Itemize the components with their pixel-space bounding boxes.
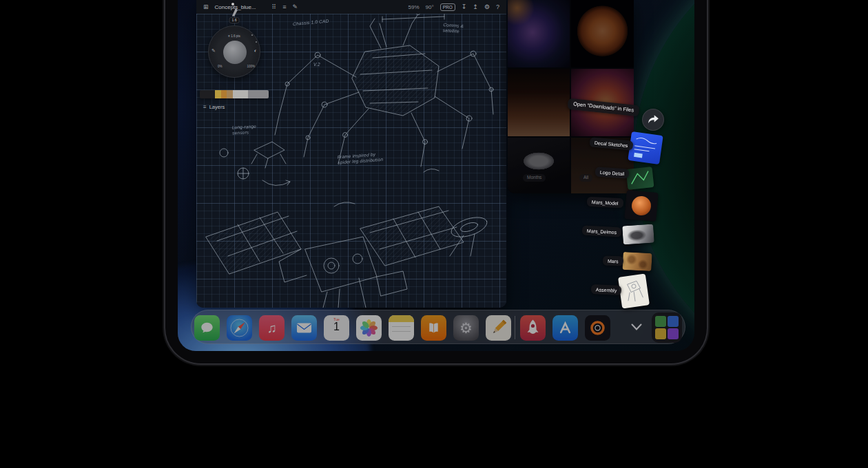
drag-label[interactable]: Mars_Deimos: [582, 226, 622, 237]
share-forward-button[interactable]: [642, 109, 664, 131]
ipad-screen: Chassis 1.0 CAD Comms & satellite V.2 Lo…: [178, 0, 694, 351]
drag-thumb-mars[interactable]: [622, 252, 652, 271]
forward-arrow-icon: [647, 114, 659, 125]
drag-layer: Open “Downloads” in Files Decal Sketches: [178, 0, 694, 351]
drag-thumb-logo-detail[interactable]: [626, 167, 654, 190]
drag-thumb-assembly[interactable]: [618, 273, 650, 308]
drag-thumb-mars-deimos[interactable]: [622, 224, 654, 244]
screen-content: Chassis 1.0 CAD Comms & satellite V.2 Lo…: [178, 0, 694, 351]
logo-mark-lines: [626, 167, 654, 190]
drag-label[interactable]: Mars: [603, 255, 623, 266]
assembly-sketch-lines: [618, 273, 650, 308]
drag-thumb-decal-sketches[interactable]: [628, 131, 663, 164]
decal-sketch-lines: [628, 131, 663, 164]
drag-label[interactable]: Logo Detail: [595, 167, 630, 178]
mars-sphere: [631, 195, 652, 216]
drop-hint-pill[interactable]: Open “Downloads” in Files: [567, 98, 639, 116]
drag-label[interactable]: Assembly: [591, 284, 622, 295]
drag-label[interactable]: Decal Sketches: [590, 137, 634, 150]
drag-label[interactable]: Mars_Model: [587, 197, 623, 209]
drag-thumb-mars-model[interactable]: [624, 190, 658, 222]
